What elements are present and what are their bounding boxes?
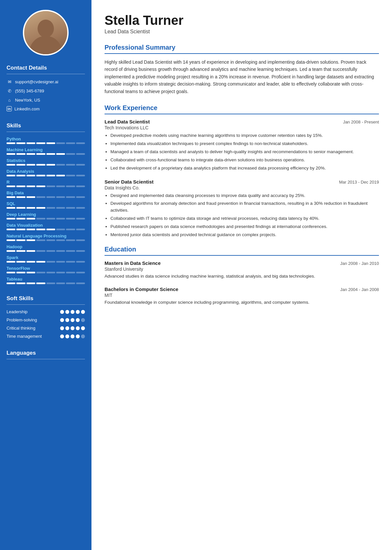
job-role: Senior Data Scientist: [105, 179, 154, 185]
skill-name: Natural Language Processing: [7, 234, 85, 238]
contact-section-title: Contact Details: [7, 65, 85, 71]
soft-skill-dots: [60, 326, 85, 330]
job-bullets: Developed predictive models using machin…: [105, 132, 379, 172]
skill-bar: [7, 142, 85, 144]
skill-item: Python: [7, 137, 85, 144]
soft-skill-dots: [60, 334, 85, 338]
job-bullet: Implemented data visualization technique…: [110, 140, 379, 147]
person-name: Stella Turner: [105, 13, 379, 27]
edu-entry: Masters in Data ScienceJan 2008 - Jan 20…: [105, 260, 379, 280]
skill-name: Tableau: [7, 277, 85, 282]
job-role: Lead Data Scientist: [105, 119, 150, 124]
summary-section: Professional Summary Highly skilled Lead…: [105, 44, 379, 95]
email-icon: ✉: [7, 79, 12, 85]
skill-item: Deep Learning: [7, 212, 85, 219]
soft-skill-dots: [60, 310, 85, 314]
job-entry: Senior Data ScientistMar 2013 - Dec 2019…: [105, 179, 379, 239]
languages-section: Languages: [7, 350, 85, 364]
skill-item: Hadoop: [7, 244, 85, 252]
skill-item: SQL: [7, 201, 85, 209]
contact-email: ✉ support@cvdesigner.ai: [7, 79, 85, 85]
skill-name: Statistics: [7, 158, 85, 163]
skill-item: Spark: [7, 255, 85, 263]
contact-phone: ✆ (555) 345-6789: [7, 88, 85, 94]
job-company: Tech Innovations LLC: [105, 125, 379, 130]
contact-section: Contact Details ✉ support@cvdesigner.ai …: [7, 65, 85, 115]
skill-item: Data Analysis: [7, 169, 85, 176]
skill-name: Machine Learning: [7, 147, 85, 152]
job-bullet: Collaborated with IT teams to optimize d…: [110, 215, 379, 222]
job-bullets: Designed and implemented data cleansing …: [105, 192, 379, 239]
person-job-title: Lead Data Scientist: [105, 29, 379, 35]
job-entry: Lead Data ScientistJan 2008 - PresentTec…: [105, 119, 379, 172]
skill-name: SQL: [7, 201, 85, 206]
job-company: Data Insights Co.: [105, 185, 379, 190]
contact-linkedin: in LinkedIn.com: [7, 106, 85, 111]
skill-item: Data Visualization: [7, 223, 85, 230]
soft-skill-item: Critical thinking: [7, 326, 85, 331]
summary-section-title: Professional Summary: [105, 44, 379, 51]
edu-desc: Foundational knowledge in computer scien…: [105, 299, 379, 306]
job-bullet: Managed a team of data scientists and an…: [110, 149, 379, 155]
edu-degree: Masters in Data Science: [105, 260, 161, 266]
soft-skill-name: Critical thinking: [7, 326, 39, 331]
languages-section-title: Languages: [7, 350, 85, 356]
skill-bar: [7, 175, 85, 176]
edu-degree: Bachelors in Computer Science: [105, 286, 178, 292]
skills-section-title: Skills: [7, 122, 85, 129]
job-bullet: Published research papers on data scienc…: [110, 223, 379, 230]
skill-name: Big Data: [7, 190, 85, 195]
soft-skill-item: Time management: [7, 334, 85, 339]
job-dates: Mar 2013 - Dec 2019: [339, 180, 379, 185]
edu-dates: Jan 2004 - Jan 2008: [340, 287, 379, 292]
skill-item: Big Data: [7, 190, 85, 198]
skill-name: Spark: [7, 255, 85, 260]
job-bullet: Collaborated with cross-functional teams…: [110, 157, 379, 164]
skill-name: Data Visualization: [7, 223, 85, 228]
work-experience-section: Work Experience Lead Data ScientistJan 2…: [105, 104, 379, 238]
soft-skills-section: Soft Skills LeadershipProblem-solvingCri…: [7, 295, 85, 342]
edu-desc: Advanced studies in data science includi…: [105, 273, 379, 280]
edu-school: Stanford University: [105, 267, 379, 272]
skill-name: Python: [7, 137, 85, 141]
soft-skills-section-title: Soft Skills: [7, 295, 85, 302]
skill-bar: [7, 229, 85, 230]
skill-item: R: [7, 180, 85, 187]
skill-bar: [7, 283, 85, 284]
work-section-title: Work Experience: [105, 104, 379, 112]
skill-name: Deep Learning: [7, 212, 85, 217]
education-section: Education Masters in Data ScienceJan 200…: [105, 246, 379, 306]
skill-bar: [7, 218, 85, 219]
skill-item: Statistics: [7, 158, 85, 166]
skill-name: R: [7, 180, 85, 185]
soft-skill-item: Leadership: [7, 309, 85, 314]
skills-section: Skills PythonMachine LearningStatisticsD…: [7, 122, 85, 287]
contact-location: ⌂ NewYork, US: [7, 97, 85, 103]
skill-bar: [7, 272, 85, 273]
skill-bar: [7, 186, 85, 187]
job-dates: Jan 2008 - Present: [343, 120, 379, 124]
skill-bar: [7, 250, 85, 252]
soft-skill-name: Problem-solving: [7, 317, 39, 322]
skill-bar: [7, 207, 85, 209]
skill-bar: [7, 196, 85, 198]
edu-dates: Jan 2008 - Jan 2010: [340, 261, 379, 266]
summary-text: Highly skilled Lead Data Scientist with …: [105, 58, 379, 95]
skill-name: Hadoop: [7, 244, 85, 249]
job-bullet: Developed predictive models using machin…: [110, 132, 379, 139]
soft-skill-item: Problem-solving: [7, 317, 85, 322]
skill-bar: [7, 153, 85, 155]
job-bullet: Mentored junior data scientists and prov…: [110, 232, 379, 238]
soft-skill-name: Leadership: [7, 309, 39, 314]
skill-item: Tableau: [7, 277, 85, 284]
edu-entry: Bachelors in Computer ScienceJan 2004 - …: [105, 286, 379, 306]
skill-bar: [7, 261, 85, 263]
job-bullet: Designed and implemented data cleansing …: [110, 192, 379, 199]
skill-bar: [7, 239, 85, 241]
skill-name: Data Analysis: [7, 169, 85, 174]
soft-skill-dots: [60, 318, 85, 322]
skill-item: TensorFlow: [7, 266, 85, 273]
avatar: [23, 10, 69, 56]
location-icon: ⌂: [7, 97, 12, 103]
edu-school: MIT: [105, 293, 379, 298]
